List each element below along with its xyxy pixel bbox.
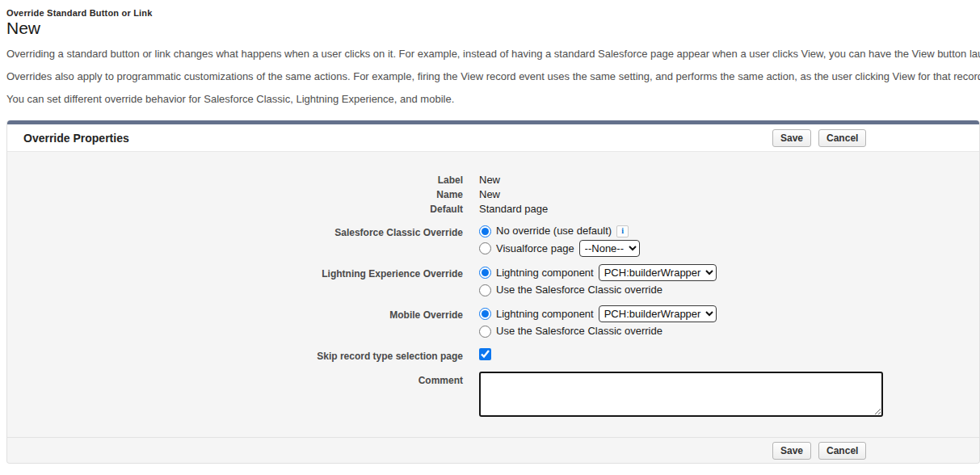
no-override-option: No override (use default) i	[479, 223, 640, 239]
description-line-1: Overriding a standard button or link cha…	[6, 48, 980, 61]
mobile-use-classic-option: Use the Salesforce Classic override	[479, 323, 717, 339]
name-field-label: Name	[7, 187, 463, 202]
comment-label: Comment	[7, 372, 463, 388]
label-field-label: Label	[7, 173, 463, 187]
lex-lightning-component-option: Lightning component PCH:builderWrapper	[479, 264, 717, 281]
mobile-lightning-component-radio[interactable]	[479, 308, 491, 320]
classic-override-row: Salesforce Classic Override No override …	[7, 223, 979, 258]
label-field-row: Label New	[7, 173, 979, 187]
cancel-button-top[interactable]: Cancel	[818, 129, 866, 147]
skip-record-type-checkbox[interactable]	[479, 348, 491, 360]
mobile-lightning-component-select[interactable]: PCH:builderWrapper	[599, 305, 717, 322]
description-line-3: You can set different override behavior …	[6, 93, 980, 106]
mobile-use-classic-radio[interactable]	[479, 326, 491, 338]
label-field-value: New	[479, 173, 500, 187]
no-override-radio[interactable]	[479, 225, 491, 238]
mobile-lightning-component-radio-label: Lightning component	[496, 307, 594, 322]
mobile-override-label: Mobile Override	[7, 305, 463, 322]
visualforce-page-select[interactable]: --None--	[579, 240, 640, 257]
visualforce-page-radio[interactable]	[479, 242, 491, 254]
section-title: Override Properties	[7, 132, 129, 145]
name-field-row: Name New	[7, 187, 979, 202]
lex-lightning-component-select[interactable]: PCH:builderWrapper	[599, 264, 717, 281]
bottom-button-group: Save Cancel	[772, 442, 866, 460]
section-footer: Save Cancel	[7, 437, 979, 463]
mobile-lightning-component-option: Lightning component PCH:builderWrapper	[479, 305, 717, 322]
page-header: Override Standard Button or Link New Ove…	[0, 0, 980, 106]
mobile-use-classic-radio-label: Use the Salesforce Classic override	[496, 324, 662, 338]
skip-record-type-row: Skip record type selection page	[7, 348, 979, 364]
lex-lightning-component-radio-label: Lightning component	[496, 266, 594, 280]
no-override-radio-label: No override (use default)	[496, 224, 612, 238]
cancel-button-bottom[interactable]: Cancel	[818, 442, 866, 460]
override-properties-section: Override Properties Save Cancel Label Ne…	[6, 120, 980, 464]
page-title: New	[6, 19, 980, 37]
default-field-row: Default Standard page	[7, 202, 979, 216]
info-icon[interactable]: i	[616, 225, 629, 238]
mobile-override-row: Mobile Override Lightning component PCH:…	[7, 305, 979, 340]
top-button-group: Save Cancel	[772, 129, 866, 147]
comment-textarea[interactable]	[479, 372, 883, 417]
lex-use-classic-radio[interactable]	[479, 284, 491, 296]
lex-lightning-component-radio[interactable]	[479, 267, 491, 279]
skip-record-type-label: Skip record type selection page	[7, 350, 463, 363]
comment-row: Comment	[7, 372, 979, 421]
lex-use-classic-radio-label: Use the Salesforce Classic override	[496, 283, 662, 297]
breadcrumb: Override Standard Button or Link	[6, 8, 980, 18]
lex-override-row: Lightning Experience Override Lightning …	[7, 264, 979, 299]
description-line-2: Overrides also apply to programmatic cus…	[6, 70, 980, 83]
lex-override-label: Lightning Experience Override	[7, 264, 463, 281]
default-field-label: Default	[7, 202, 463, 216]
save-button-bottom[interactable]: Save	[772, 442, 811, 460]
section-header: Override Properties Save Cancel	[7, 124, 979, 152]
visualforce-page-radio-label: Visualforce page	[496, 242, 574, 256]
lex-use-classic-option: Use the Salesforce Classic override	[479, 282, 717, 298]
visualforce-page-option: Visualforce page --None--	[479, 240, 640, 257]
form-area: Label New Name New Default Standard page…	[7, 152, 979, 437]
default-field-value: Standard page	[479, 202, 548, 216]
classic-override-label: Salesforce Classic Override	[7, 223, 463, 240]
name-field-value: New	[479, 187, 500, 202]
save-button-top[interactable]: Save	[772, 129, 811, 147]
